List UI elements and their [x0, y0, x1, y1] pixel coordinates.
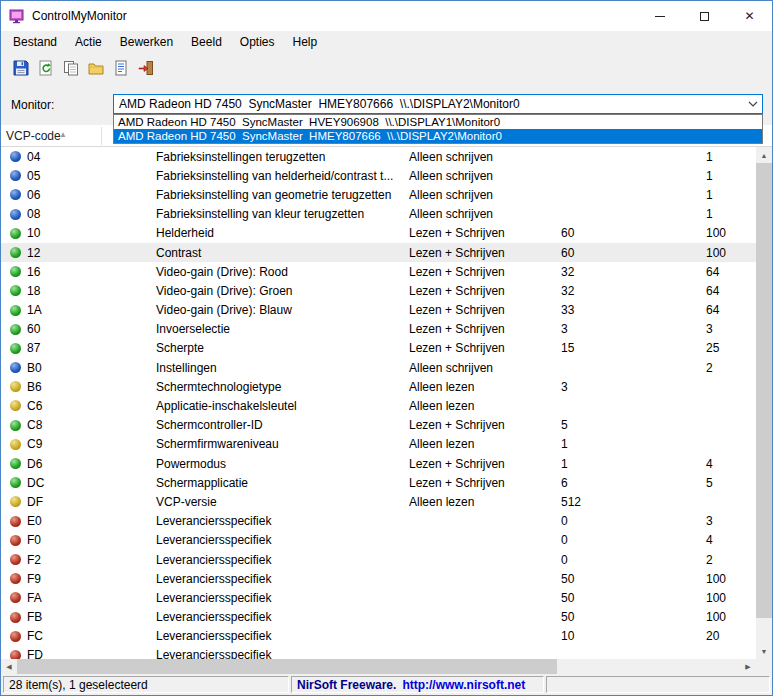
vcp-name-cell: Video-gain (Drive): Groen: [156, 284, 293, 298]
vcp-rw-cell: Alleen schrijven: [409, 169, 493, 183]
open-folder-button[interactable]: [87, 59, 104, 76]
horizontal-scrollbar-thumb[interactable]: [17, 659, 557, 674]
table-row[interactable]: D6 Powermodus Lezen + Schrijven 1 4: [1, 454, 756, 473]
vcp-status-icon: [10, 266, 21, 277]
table-row[interactable]: FD Leveranciersspecifiek: [1, 646, 756, 659]
table-row[interactable]: 05 Fabrieksinstelling van helderheid/con…: [1, 166, 756, 185]
save-button[interactable]: [12, 59, 29, 76]
vcp-rw-cell: Lezen + Schrijven: [409, 418, 505, 432]
vcp-code-cell: 87: [27, 341, 40, 355]
app-icon: [9, 8, 25, 24]
table-row[interactable]: 10 Helderheid Lezen + Schrijven 60 100: [1, 224, 756, 243]
vertical-scrollbar-thumb[interactable]: [756, 163, 772, 618]
vcp-status-icon: [10, 189, 21, 200]
vertical-scrollbar[interactable]: ▲ ▼: [756, 147, 772, 659]
menu-item-beeld[interactable]: Beeld: [182, 32, 231, 52]
vcp-name-cell: Schermfirmwareniveau: [156, 437, 279, 451]
menu-item-help[interactable]: Help: [284, 32, 327, 52]
vcp-max-cell: 4: [706, 533, 713, 547]
vcp-status-icon: [10, 554, 21, 565]
minimize-icon: [655, 16, 665, 17]
table-row[interactable]: C8 Schermcontroller-ID Lezen + Schrijven…: [1, 416, 756, 435]
table-row[interactable]: FB Leveranciersspecifiek 50 100: [1, 608, 756, 627]
monitor-combobox[interactable]: AMD Radeon HD 7450 SyncMaster HMEY807666…: [113, 94, 763, 114]
menu-item-bewerken[interactable]: Bewerken: [111, 32, 182, 52]
scroll-up-button[interactable]: ▲: [756, 147, 772, 163]
table-row[interactable]: DF VCP-versie Alleen lezen 512: [1, 492, 756, 511]
vcp-name-cell: Schermapplicatie: [156, 476, 248, 490]
table-row[interactable]: 1A Video-gain (Drive): Blauw Lezen + Sch…: [1, 301, 756, 320]
vcp-value-cell: 50: [561, 572, 574, 586]
refresh-button[interactable]: [37, 59, 54, 76]
vcp-status-icon: [10, 362, 21, 373]
table-row[interactable]: 06 Fabrieksinstelling van geometrie teru…: [1, 185, 756, 204]
vcp-name-cell: Leveranciersspecifiek: [156, 514, 271, 528]
maximize-button[interactable]: [682, 1, 727, 31]
table-row[interactable]: 18 Video-gain (Drive): Groen Lezen + Sch…: [1, 281, 756, 300]
scroll-down-button[interactable]: ▼: [756, 643, 772, 659]
table-row[interactable]: C9 Schermfirmwareniveau Alleen lezen 1: [1, 435, 756, 454]
vcp-code-cell: 04: [27, 150, 40, 164]
vcp-name-cell: Fabrieksinstellingen terugzetten: [156, 150, 325, 164]
table-row[interactable]: FC Leveranciersspecifiek 10 20: [1, 627, 756, 646]
vcp-name-cell: Leveranciersspecifiek: [156, 591, 271, 605]
vcp-max-cell: 2: [706, 361, 713, 375]
vcp-name-cell: VCP-versie: [156, 495, 217, 509]
table-row[interactable]: B6 Schermtechnologietype Alleen lezen 3: [1, 377, 756, 396]
vcp-code-cell: F0: [27, 533, 41, 547]
nirsoft-link[interactable]: http://www.nirsoft.net: [402, 678, 525, 692]
scroll-left-button[interactable]: ◀: [1, 659, 17, 674]
vcp-status-icon: [10, 285, 21, 296]
table-row[interactable]: 16 Video-gain (Drive): Rood Lezen + Schr…: [1, 262, 756, 281]
vcp-max-cell: 64: [706, 303, 719, 317]
vcp-name-cell: Fabrieksinstelling van geometrie terugze…: [156, 188, 391, 202]
vcp-name-cell: Helderheid: [156, 226, 214, 240]
table-row[interactable]: 04 Fabrieksinstellingen terugzetten Alle…: [1, 147, 756, 166]
vcp-rw-cell: Alleen schrijven: [409, 150, 493, 164]
vcp-max-cell: 64: [706, 284, 719, 298]
vcp-value-cell: 32: [561, 284, 574, 298]
table-row[interactable]: C6 Applicatie-inschakelsleutel Alleen le…: [1, 396, 756, 415]
vcp-rw-cell: Alleen schrijven: [409, 361, 493, 375]
table-row[interactable]: FA Leveranciersspecifiek 50 100: [1, 588, 756, 607]
copy-button[interactable]: [62, 59, 79, 76]
table-row[interactable]: E0 Leveranciersspecifiek 0 3: [1, 512, 756, 531]
table-row[interactable]: F0 Leveranciersspecifiek 0 4: [1, 531, 756, 550]
vcp-max-cell: 4: [706, 457, 713, 471]
table-row[interactable]: 60 Invoerselectie Lezen + Schrijven 3 3: [1, 320, 756, 339]
vcp-code-cell: 05: [27, 169, 40, 183]
menu-item-actie[interactable]: Actie: [66, 32, 111, 52]
vcp-max-cell: 100: [706, 591, 726, 605]
vcp-status-icon: [10, 516, 21, 527]
sort-ascending-icon: ▲: [59, 130, 67, 139]
monitor-option[interactable]: AMD Radeon HD 7450 SyncMaster HVEY906908…: [114, 115, 762, 129]
vcp-max-cell: 1: [706, 188, 713, 202]
horizontal-scrollbar[interactable]: ◀ ▶: [1, 659, 756, 674]
vcp-status-icon: [10, 305, 21, 316]
table-row[interactable]: 12 Contrast Lezen + Schrijven 60 100: [1, 243, 756, 262]
monitor-option[interactable]: AMD Radeon HD 7450 SyncMaster HMEY807666…: [114, 129, 762, 143]
scroll-right-button[interactable]: ▶: [740, 659, 756, 674]
table-row[interactable]: DC Schermapplicatie Lezen + Schrijven 6 …: [1, 473, 756, 492]
close-button[interactable]: ✕: [727, 1, 772, 31]
vcp-status-icon: [10, 477, 21, 488]
table-row[interactable]: F9 Leveranciersspecifiek 50 100: [1, 569, 756, 588]
properties-button[interactable]: [112, 59, 129, 76]
vcp-value-cell: 1: [561, 437, 568, 451]
vcp-rows: 04 Fabrieksinstellingen terugzetten Alle…: [1, 147, 756, 659]
vcp-value-cell: 5: [561, 418, 568, 432]
table-row[interactable]: 08 Fabrieksinstelling van kleur terugzet…: [1, 205, 756, 224]
status-items-text: 28 item(s), 1 geselecteerd: [9, 678, 148, 692]
menu-item-opties[interactable]: Opties: [231, 32, 284, 52]
table-row[interactable]: F2 Leveranciersspecifiek 0 2: [1, 550, 756, 569]
exit-button[interactable]: [137, 59, 154, 76]
minimize-button[interactable]: [637, 1, 682, 31]
table-row[interactable]: 87 Scherpte Lezen + Schrijven 15 25: [1, 339, 756, 358]
column-divider[interactable]: [101, 127, 102, 145]
column-header-vcp-code[interactable]: VCP-code: [6, 129, 61, 143]
table-row[interactable]: B0 Instellingen Alleen schrijven 2: [1, 358, 756, 377]
toolbar: [1, 53, 772, 87]
menu-item-bestand[interactable]: Bestand: [4, 32, 66, 52]
vcp-value-cell: 32: [561, 265, 574, 279]
vcp-status-icon: [10, 612, 21, 623]
